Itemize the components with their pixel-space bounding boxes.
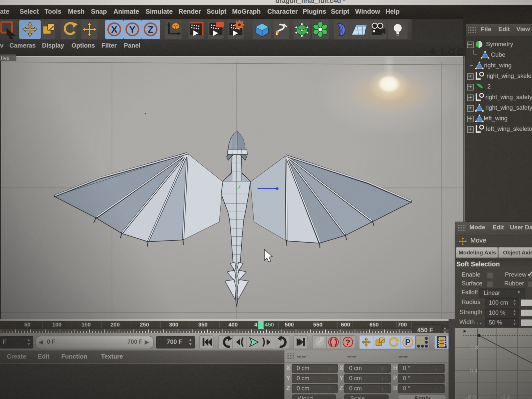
svg-text:0.0: 0.0 — [468, 394, 476, 399]
svg-text:?: ? — [345, 338, 350, 347]
svg-text:Z: Z — [148, 24, 153, 35]
svg-text:P: P — [405, 338, 410, 347]
svg-text:0.2: 0.2 — [502, 394, 510, 399]
svg-text:X: X — [111, 24, 118, 35]
svg-text:Y: Y — [129, 24, 136, 35]
svg-text:0.4: 0.4 — [470, 367, 477, 374]
svg-text:0.8: 0.8 — [470, 344, 478, 350]
